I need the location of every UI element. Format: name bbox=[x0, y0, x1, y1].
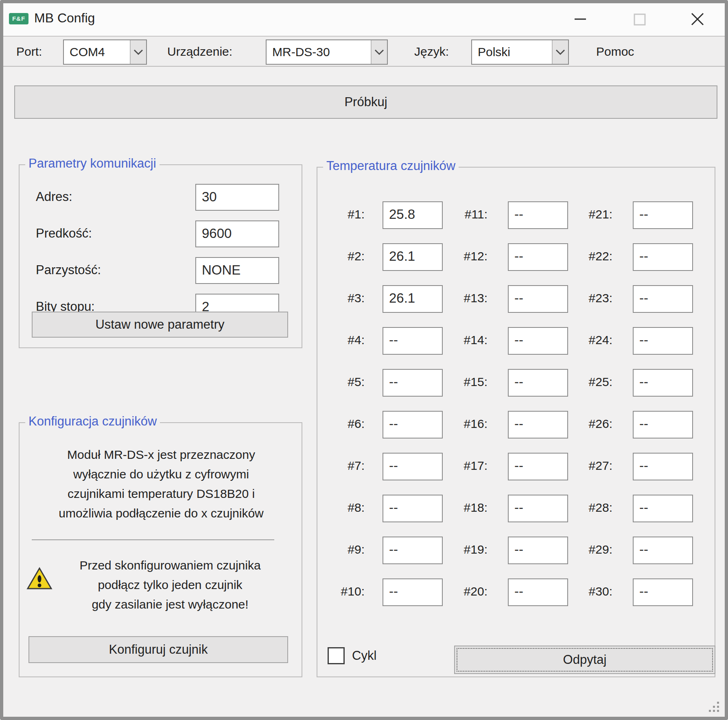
sensor-label: #22: bbox=[568, 249, 612, 263]
close-button[interactable] bbox=[678, 6, 717, 33]
sensor-value-field[interactable]: -- bbox=[508, 495, 568, 522]
minimize-icon bbox=[571, 10, 589, 28]
sensor-value-field[interactable]: -- bbox=[508, 453, 568, 480]
info-line: czujnikami temperatury DS18B20 i bbox=[23, 484, 300, 504]
comm-params-group-title: Parametry komunikacji bbox=[25, 156, 160, 171]
help-menu[interactable]: Pomoc bbox=[596, 45, 634, 59]
port-selected-value: COM4 bbox=[64, 40, 130, 64]
param-label: Parzystość: bbox=[36, 263, 101, 277]
param-value-field[interactable]: 9600 bbox=[195, 220, 279, 247]
sensor-value-field[interactable]: 25.8 bbox=[383, 201, 443, 229]
device-select[interactable]: MR-DS-30 bbox=[266, 39, 388, 65]
sensor-value-field[interactable]: -- bbox=[633, 369, 693, 397]
sensor-value-field[interactable]: -- bbox=[633, 578, 693, 606]
sensor-value-field[interactable]: -- bbox=[383, 495, 443, 522]
sensor-label: #7: bbox=[320, 459, 365, 473]
minimize-button[interactable] bbox=[561, 6, 600, 33]
sensor-label: #17: bbox=[443, 459, 488, 473]
sensor-label: #21: bbox=[568, 207, 612, 221]
sensor-label: #13: bbox=[443, 291, 488, 305]
sensor-label: #1: bbox=[320, 207, 365, 221]
sensor-value-field[interactable]: -- bbox=[633, 285, 693, 313]
sensor-label: #26: bbox=[568, 417, 612, 431]
sensor-label: #11: bbox=[443, 207, 488, 221]
temperatures-group-title: Temperatura czujników bbox=[323, 159, 459, 173]
sensor-value-field[interactable]: -- bbox=[633, 411, 693, 439]
sensor-config-info-text: Moduł MR-DS-x jest przeznaczony wyłączni… bbox=[23, 445, 300, 523]
info-line: Moduł MR-DS-x jest przeznaczony bbox=[23, 445, 300, 465]
probe-button[interactable]: Próbkuj bbox=[14, 85, 717, 119]
sensor-label: #23: bbox=[568, 291, 612, 305]
sensor-config-group-title: Konfiguracja czujników bbox=[25, 414, 160, 429]
info-line: wyłącznie do użytku z cyfrowymi bbox=[23, 465, 300, 484]
title-bar: F&F MB Config bbox=[3, 3, 725, 36]
sensor-value-field[interactable]: -- bbox=[383, 453, 443, 480]
language-label: Język: bbox=[414, 45, 449, 59]
sensor-value-field[interactable]: -- bbox=[633, 453, 693, 480]
sensor-value-field[interactable]: -- bbox=[633, 327, 693, 355]
sensor-value-field[interactable]: -- bbox=[633, 243, 693, 271]
sensor-value-field[interactable]: -- bbox=[383, 537, 443, 564]
param-label: Adres: bbox=[36, 190, 72, 204]
sensor-value-field[interactable]: -- bbox=[633, 537, 693, 564]
sensor-label: #15: bbox=[443, 375, 488, 389]
info-line: umożliwia podłączenie do x czujników bbox=[23, 504, 300, 523]
device-label: Urządzenie: bbox=[167, 45, 232, 59]
param-value-field[interactable]: 30 bbox=[195, 184, 279, 211]
sensor-value-field[interactable]: -- bbox=[508, 327, 568, 355]
sensor-label: #5: bbox=[320, 375, 365, 389]
port-label: Port: bbox=[16, 45, 42, 59]
sensor-value-field[interactable]: -- bbox=[508, 243, 568, 271]
sensor-label: #18: bbox=[443, 501, 488, 515]
sensor-label: #6: bbox=[320, 417, 365, 431]
sensor-value-field[interactable]: -- bbox=[508, 411, 568, 439]
sensor-value-field[interactable]: -- bbox=[508, 201, 568, 229]
sensor-label: #12: bbox=[443, 249, 488, 263]
chevron-down-icon[interactable] bbox=[130, 40, 146, 64]
sensor-value-field[interactable]: -- bbox=[633, 495, 693, 522]
app-logo-icon: F&F bbox=[9, 13, 28, 24]
language-selected-value: Polski bbox=[472, 40, 552, 64]
sensor-label: #30: bbox=[568, 585, 612, 598]
sensor-value-field[interactable]: -- bbox=[383, 578, 443, 606]
sensor-value-field[interactable]: -- bbox=[383, 369, 443, 397]
sensor-value-field[interactable]: -- bbox=[383, 327, 443, 355]
cycle-checkbox[interactable] bbox=[328, 647, 345, 664]
poll-button[interactable]: Odpytaj bbox=[454, 646, 715, 674]
param-value-field[interactable]: NONE bbox=[195, 257, 279, 284]
toolbar: Port: COM4 Urządzenie: MR-DS-30 Język: P… bbox=[3, 36, 725, 67]
warning-line: gdy zasilanie jest wyłączone! bbox=[48, 595, 292, 614]
sensor-value-field[interactable]: -- bbox=[508, 578, 568, 606]
divider bbox=[32, 539, 274, 540]
sensor-value-field[interactable]: -- bbox=[383, 411, 443, 439]
sensor-label: #8: bbox=[320, 501, 365, 515]
window-title: MB Config bbox=[34, 11, 95, 26]
sensor-label: #4: bbox=[320, 333, 365, 347]
port-select[interactable]: COM4 bbox=[63, 39, 147, 65]
set-params-button[interactable]: Ustaw nowe parametry bbox=[32, 312, 288, 338]
app-window: F&F MB Config Port: COM4 bbox=[0, 0, 728, 720]
chevron-down-icon[interactable] bbox=[371, 40, 387, 64]
sensor-value-field[interactable]: 26.1 bbox=[383, 285, 443, 313]
device-selected-value: MR-DS-30 bbox=[267, 40, 371, 64]
sensor-label: #19: bbox=[443, 543, 488, 556]
configure-sensor-button[interactable]: Konfiguruj czujnik bbox=[28, 636, 288, 663]
sensor-value-field[interactable]: -- bbox=[508, 369, 568, 397]
chevron-down-icon[interactable] bbox=[552, 40, 568, 64]
sensor-label: #25: bbox=[568, 375, 612, 389]
sensor-label: #28: bbox=[568, 501, 612, 515]
sensor-label: #9: bbox=[320, 543, 365, 556]
sensor-label: #2: bbox=[320, 249, 365, 263]
sensor-label: #27: bbox=[568, 459, 612, 473]
maximize-button[interactable] bbox=[620, 6, 659, 33]
sensor-config-warning-text: Przed skonfigurowaniem czujnika podłącz … bbox=[48, 556, 292, 614]
sensor-value-field[interactable]: -- bbox=[508, 285, 568, 313]
sensor-value-field[interactable]: 26.1 bbox=[383, 243, 443, 271]
sensor-value-field[interactable]: -- bbox=[508, 537, 568, 564]
language-select[interactable]: Polski bbox=[471, 39, 569, 65]
cycle-checkbox-label: Cykl bbox=[352, 648, 376, 663]
resize-grip[interactable] bbox=[707, 700, 719, 712]
sensor-label: #3: bbox=[320, 291, 365, 305]
sensor-value-field[interactable]: -- bbox=[633, 201, 693, 229]
sensor-label: #10: bbox=[320, 585, 365, 598]
